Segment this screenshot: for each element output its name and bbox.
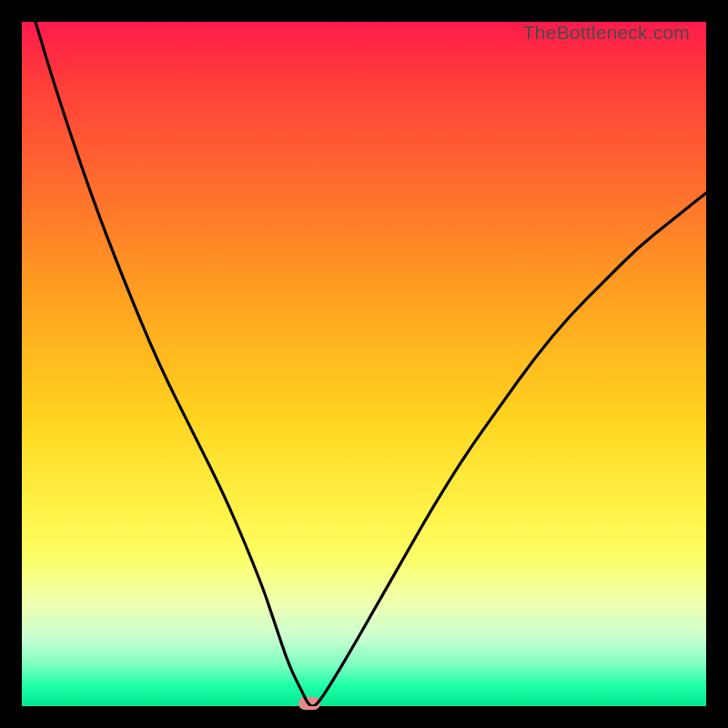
curve-path (35, 22, 706, 706)
bottleneck-curve (22, 22, 706, 706)
plot-area: TheBottleneck.com (22, 22, 706, 706)
watermark-text: TheBottleneck.com (523, 22, 690, 44)
chart-frame: TheBottleneck.com (13, 13, 715, 715)
